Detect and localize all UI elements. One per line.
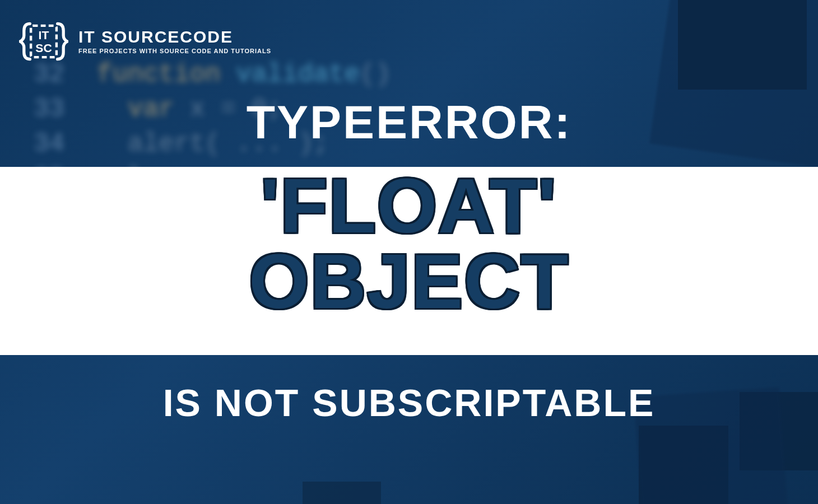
headline-bottom: IS NOT SUBSCRIPTABLE bbox=[0, 381, 818, 424]
decor-tile bbox=[639, 426, 728, 504]
svg-text:IT: IT bbox=[39, 29, 49, 41]
logo-brand: IT SOURCECODE bbox=[78, 29, 271, 45]
logo-mark-icon: IT SC bbox=[19, 17, 68, 66]
svg-text:SC: SC bbox=[35, 41, 52, 54]
headline-top: TYPEERROR: bbox=[0, 95, 818, 150]
headline-middle-line1: 'FLOAT' bbox=[261, 162, 557, 249]
decor-tile bbox=[678, 0, 807, 90]
headline-middle-line2: OBJECT bbox=[249, 238, 569, 324]
decor-tile bbox=[303, 482, 381, 504]
logo-tagline: FREE PROJECTS WITH SOURCE CODE AND TUTOR… bbox=[78, 48, 271, 54]
headline-middle: 'FLOAT' OBJECT bbox=[0, 168, 818, 319]
logo-text: IT SOURCECODE FREE PROJECTS WITH SOURCE … bbox=[78, 29, 271, 54]
site-logo: IT SC IT SOURCECODE FREE PROJECTS WITH S… bbox=[19, 17, 271, 66]
